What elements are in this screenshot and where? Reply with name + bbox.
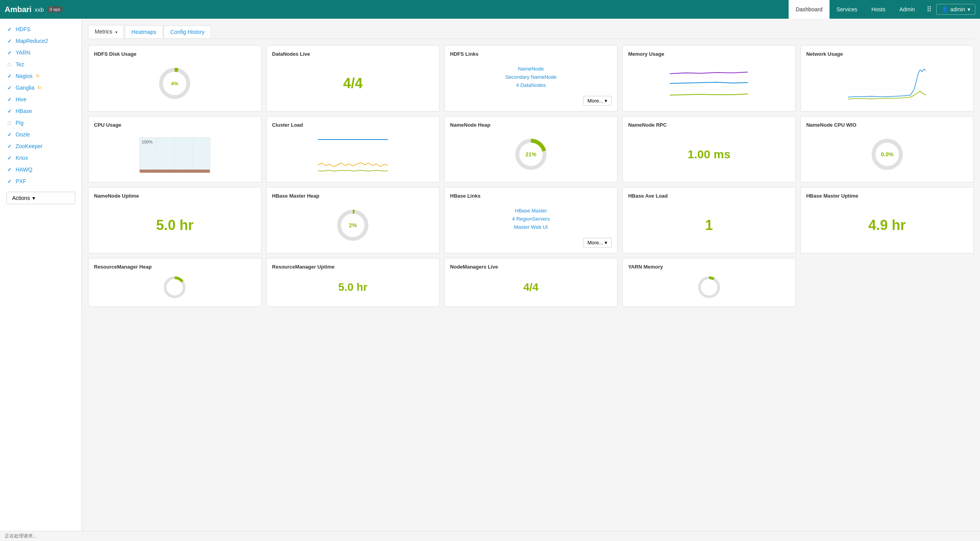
hbase-more-button[interactable]: More... ▾ <box>583 238 612 248</box>
datanodes-live-value: 4/4 <box>272 61 434 106</box>
status-text: 正在处理请求... <box>5 533 37 539</box>
resourcemanager-heap-title: ResourceManager Heap <box>94 264 256 270</box>
yarn-status-icon <box>6 50 12 56</box>
ops-badge: 0 ops <box>47 6 63 12</box>
user-icon: 👤 <box>941 6 948 12</box>
metric-namenode-rpc: NameNode RPC 1.00 ms <box>622 116 796 182</box>
svg-text:2%: 2% <box>349 222 357 228</box>
hdfs-link-namenode[interactable]: NameNode <box>518 66 544 72</box>
hbase-label: HBase <box>16 108 32 114</box>
hdfs-disk-usage-title: HDFS Disk Usage <box>94 51 256 57</box>
actions-button[interactable]: Actions ▾ <box>6 192 75 204</box>
hdfs-label: HDFS <box>16 26 30 32</box>
user-label: admin <box>950 6 965 12</box>
nav-admin[interactable]: Admin <box>892 0 922 19</box>
knox-label: Knox <box>16 155 28 161</box>
user-dropdown-icon: ▾ <box>968 6 970 12</box>
namenode-rpc-title: NameNode RPC <box>628 122 790 128</box>
sidebar-item-hive[interactable]: Hive <box>0 94 81 105</box>
metric-datanodes-live: DataNodes Live 4/4 <box>266 45 440 111</box>
grid-icon-button[interactable]: ⠿ <box>922 5 936 14</box>
ganglia-status-icon <box>6 85 12 91</box>
hbase-links-list: HBase Master 4 RegionServers Master Web … <box>450 203 612 235</box>
sidebar-item-tez[interactable]: Tez <box>0 58 81 70</box>
empty-row4-col5 <box>800 258 974 307</box>
ganglia-label: Ganglia <box>16 85 34 91</box>
sidebar-item-oozie[interactable]: Oozie <box>0 129 81 140</box>
namenode-heap-title: NameNode Heap <box>450 122 612 128</box>
svg-text:4%: 4% <box>171 81 179 87</box>
actions-label: Actions <box>12 195 30 201</box>
hbase-master-uptime-title: HBase Master Uptime <box>806 193 968 199</box>
hbase-link-master[interactable]: HBase Master <box>515 208 547 214</box>
metric-hbase-ave-load: HBase Ave Load 1 <box>622 187 796 253</box>
network-usage-chart <box>806 61 968 106</box>
sidebar-item-nagios[interactable]: Nagios ↻ <box>0 70 81 82</box>
zookeeper-label: ZooKeeper <box>16 143 42 149</box>
mapreduce2-label: MapReduce2 <box>16 38 48 44</box>
hbase-link-regionservers[interactable]: 4 RegionServers <box>512 216 550 222</box>
cluster-load-chart <box>272 132 434 177</box>
nav-services[interactable]: Services <box>830 0 865 19</box>
namenode-rpc-value: 1.00 ms <box>628 132 790 177</box>
metric-namenode-heap: NameNode Heap 21% <box>444 116 618 182</box>
sidebar-item-pxf[interactable]: PXF <box>0 175 81 187</box>
sidebar-item-hawq[interactable]: HAWQ <box>0 164 81 175</box>
svg-rect-15 <box>140 170 210 173</box>
nagios-label: Nagios <box>16 73 33 79</box>
hdfs-more-button[interactable]: More... ▾ <box>583 96 612 106</box>
sidebar-item-zookeeper[interactable]: ZooKeeper <box>0 140 81 152</box>
svg-text:100%: 100% <box>142 140 152 144</box>
metric-yarn-memory: YARN Memory <box>622 258 796 307</box>
namenode-uptime-value: 5.0 hr <box>94 203 256 248</box>
metric-hdfs-disk-usage: HDFS Disk Usage 4% <box>88 45 262 111</box>
metric-nodemanagers-live: NodeManagers Live 4/4 <box>444 258 618 307</box>
yarn-label: YARN <box>16 50 30 56</box>
hdfs-disk-usage-chart: 4% <box>94 61 256 106</box>
nav-hosts[interactable]: Hosts <box>864 0 892 19</box>
hdfs-link-secondary-namenode[interactable]: Secondary NameNode <box>505 74 557 80</box>
network-usage-title: Network Usage <box>806 51 968 57</box>
hive-label: Hive <box>16 96 27 103</box>
cluster-label: xxb <box>35 6 44 13</box>
cpu-usage-chart: 100% <box>94 132 256 177</box>
knox-status-icon <box>6 155 12 161</box>
resourcemanager-uptime-title: ResourceManager Uptime <box>272 264 434 270</box>
metric-resourcemanager-uptime: ResourceManager Uptime 5.0 hr <box>266 258 440 307</box>
actions-dropdown-icon: ▾ <box>32 195 35 201</box>
metric-hbase-master-heap: HBase Master Heap 2% <box>266 187 440 253</box>
brand-label: Ambari <box>5 5 32 14</box>
sidebar-item-hbase[interactable]: HBase <box>0 105 81 117</box>
metric-hbase-master-uptime: HBase Master Uptime 4.9 hr <box>800 187 974 253</box>
metric-hdfs-links: HDFS Links NameNode Secondary NameNode 4… <box>444 45 618 111</box>
sidebar-item-yarn[interactable]: YARN <box>0 47 81 58</box>
hbase-more-arrow: ▾ <box>605 240 607 246</box>
namenode-cpu-wio-title: NameNode CPU WIO <box>806 122 968 128</box>
hbase-link-web-ui[interactable]: Master Web UI <box>514 224 548 230</box>
sidebar: HDFS MapReduce2 YARN Tez Nagios ↻ Gangli… <box>0 19 82 541</box>
pig-label: Pig <box>16 120 23 126</box>
tab-config-history[interactable]: Config History <box>164 25 211 38</box>
hbase-ave-load-value: 1 <box>628 203 790 248</box>
sidebar-item-pig[interactable]: Pig <box>0 117 81 129</box>
sidebar-item-ganglia[interactable]: Ganglia ↻ <box>0 82 81 94</box>
tab-heatmaps[interactable]: Heatmaps <box>125 25 163 38</box>
tab-metrics[interactable]: Metrics ▾ <box>88 25 124 39</box>
pig-status-icon <box>6 120 12 126</box>
sidebar-item-hdfs[interactable]: HDFS <box>0 23 81 35</box>
svg-text:0.0%: 0.0% <box>881 151 893 157</box>
hawq-label: HAWQ <box>16 166 32 173</box>
yarn-memory-title: YARN Memory <box>628 264 790 270</box>
user-menu-button[interactable]: 👤 admin ▾ <box>936 4 975 15</box>
hive-status-icon <box>6 96 12 103</box>
sidebar-item-knox[interactable]: Knox <box>0 152 81 164</box>
oozie-label: Oozie <box>16 131 30 138</box>
svg-text:21%: 21% <box>525 151 537 157</box>
nav-dashboard[interactable]: Dashboard <box>789 0 830 19</box>
tez-label: Tez <box>16 61 24 67</box>
hdfs-link-datanodes[interactable]: 4 DataNodes <box>516 82 546 88</box>
metric-resourcemanager-heap: ResourceManager Heap <box>88 258 262 307</box>
main-content: Metrics ▾ Heatmaps Config History HDFS D… <box>82 19 980 541</box>
sidebar-item-mapreduce2[interactable]: MapReduce2 <box>0 35 81 47</box>
nodemanagers-live-title: NodeManagers Live <box>450 264 612 270</box>
